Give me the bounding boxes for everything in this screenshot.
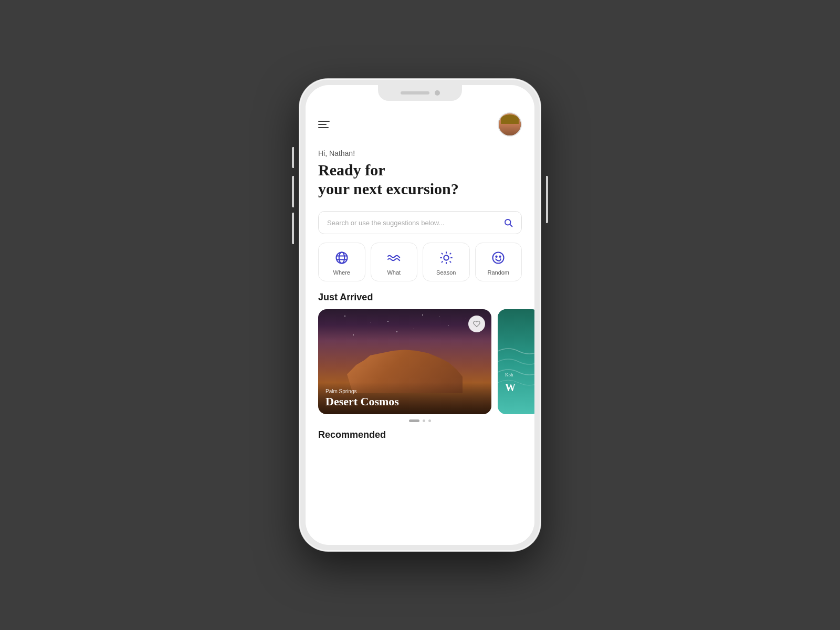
season-button[interactable]: Season <box>423 243 470 281</box>
what-button[interactable]: What <box>371 243 418 281</box>
svg-line-12 <box>449 261 450 262</box>
sun-icon <box>439 250 454 265</box>
svg-line-13 <box>442 261 443 262</box>
card-location: Palm Springs <box>326 388 484 394</box>
koh-card[interactable]: Koh W <box>498 309 534 414</box>
dot-2[interactable] <box>423 419 425 422</box>
avatar-image <box>499 113 521 135</box>
phone-screen: Hi, Nathan! Ready for your next excursio… <box>306 85 534 545</box>
hamburger-line-1 <box>318 121 330 122</box>
waves-icon <box>386 250 401 265</box>
cards-row: Palm Springs Desert Cosmos <box>318 309 522 414</box>
greeting-sub: Hi, Nathan! <box>318 149 522 158</box>
desert-cosmos-card[interactable]: Palm Springs Desert Cosmos <box>318 309 491 414</box>
where-label: Where <box>333 269 350 276</box>
category-buttons: Where What <box>318 243 522 281</box>
menu-button[interactable] <box>318 121 330 128</box>
svg-point-15 <box>493 253 504 264</box>
globe-icon <box>334 250 349 265</box>
what-label: What <box>387 269 401 276</box>
volume-up-button <box>292 176 294 207</box>
random-label: Random <box>487 269 509 276</box>
svg-point-17 <box>500 256 501 257</box>
svg-point-2 <box>336 253 347 264</box>
water-card-bg: Koh W <box>498 309 534 414</box>
svg-point-6 <box>444 255 448 260</box>
svg-point-16 <box>496 256 497 257</box>
smile-icon <box>491 250 506 265</box>
phone-frame: Hi, Nathan! Ready for your next excursio… <box>299 79 541 551</box>
app-content: Hi, Nathan! Ready for your next excursio… <box>306 108 534 545</box>
notch <box>378 85 462 101</box>
card-info: Palm Springs Desert Cosmos <box>318 382 491 414</box>
greeting-section: Hi, Nathan! Ready for your next excursio… <box>318 145 522 207</box>
card-title: Desert Cosmos <box>326 395 484 408</box>
water-location: Koh <box>505 372 513 377</box>
where-button[interactable]: Where <box>318 243 365 281</box>
svg-point-3 <box>339 253 345 264</box>
recommended-title: Recommended <box>318 429 522 440</box>
power-button <box>546 176 548 223</box>
just-arrived-title: Just Arrived <box>318 292 522 303</box>
svg-line-11 <box>442 253 443 254</box>
hamburger-line-2 <box>318 124 327 125</box>
search-bar[interactable]: Search or use the suggestions below... <box>318 211 522 234</box>
random-button[interactable]: Random <box>475 243 522 281</box>
mute-button <box>292 147 294 168</box>
svg-rect-18 <box>498 309 534 414</box>
dot-1[interactable] <box>409 419 419 422</box>
water-title: W <box>505 382 516 393</box>
favorite-button[interactable] <box>468 316 485 332</box>
svg-line-1 <box>510 224 512 226</box>
camera <box>435 90 440 96</box>
screen-content: Hi, Nathan! Ready for your next excursio… <box>306 85 534 545</box>
speaker <box>401 91 429 94</box>
dot-3[interactable] <box>428 419 431 422</box>
volume-down-button <box>292 213 294 244</box>
svg-line-14 <box>449 253 450 254</box>
avatar-hair <box>501 114 519 124</box>
greeting-main: Ready for your next excursion? <box>318 161 522 198</box>
season-label: Season <box>436 269 456 276</box>
hamburger-line-3 <box>318 127 329 128</box>
user-avatar[interactable] <box>498 112 522 136</box>
search-icon[interactable] <box>503 218 513 227</box>
search-placeholder: Search or use the suggestions below... <box>327 219 503 227</box>
app-header <box>318 108 522 145</box>
carousel-dots <box>318 414 522 427</box>
